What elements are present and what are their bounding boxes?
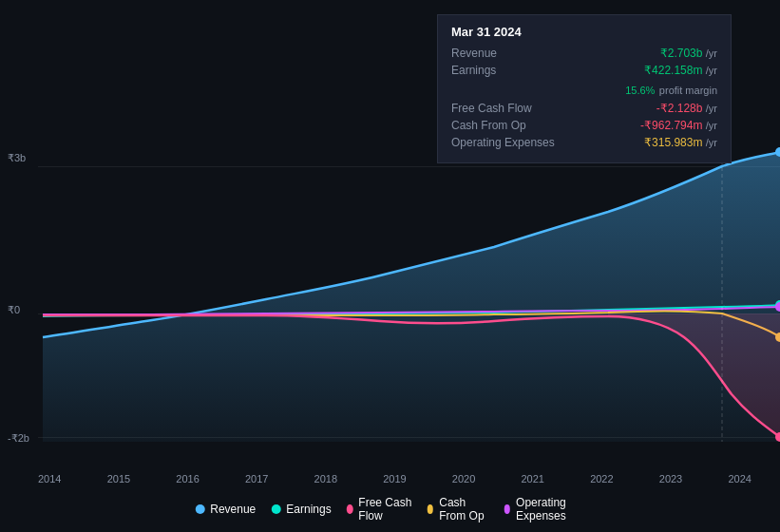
- legend-label-earnings: Earnings: [286, 503, 331, 516]
- x-axis: 2014 2015 2016 2017 2018 2019 2020 2021 …: [38, 473, 780, 484]
- tooltip-value-earnings: ₹422.158m /yr: [644, 64, 717, 77]
- tooltip-row-fcf: Free Cash Flow -₹2.128b /yr: [451, 102, 717, 115]
- legend-label-fcf: Free Cash Flow: [358, 496, 411, 522]
- tooltip-value-opex: ₹315.983m /yr: [644, 136, 717, 149]
- legend-label-opex: Operating Expenses: [516, 496, 585, 522]
- x-label-2024: 2024: [728, 473, 751, 484]
- legend-item-fcf[interactable]: Free Cash Flow: [347, 496, 412, 522]
- legend-item-opex[interactable]: Operating Expenses: [504, 496, 584, 522]
- x-label-2020: 2020: [452, 473, 475, 484]
- tooltip-row-margin: 15.6% profit margin: [451, 81, 717, 98]
- chart-svg: [0, 147, 780, 442]
- tooltip-row-revenue: Revenue ₹2.703b /yr: [451, 47, 717, 60]
- tooltip-label-earnings: Earnings: [451, 64, 565, 77]
- tooltip-box: Mar 31 2024 Revenue ₹2.703b /yr Earnings…: [437, 14, 732, 163]
- legend-item-cashop[interactable]: Cash From Op: [428, 496, 489, 522]
- tooltip-value-fcf: -₹2.128b /yr: [656, 102, 717, 115]
- tooltip-value-revenue: ₹2.703b /yr: [660, 47, 717, 60]
- tooltip-label-revenue: Revenue: [451, 47, 565, 60]
- x-label-2022: 2022: [590, 473, 613, 484]
- x-label-2018: 2018: [314, 473, 337, 484]
- legend-dot-earnings: [271, 504, 280, 514]
- legend-item-revenue[interactable]: Revenue: [195, 503, 256, 516]
- legend-dot-opex: [504, 504, 510, 514]
- legend-dot-cashop: [428, 504, 434, 514]
- chart-container: Mar 31 2024 Revenue ₹2.703b /yr Earnings…: [0, 0, 780, 532]
- legend-label-cashop: Cash From Op: [439, 496, 488, 522]
- x-label-2015: 2015: [107, 473, 130, 484]
- tooltip-row-earnings: Earnings ₹422.158m /yr: [451, 64, 717, 77]
- x-label-2014: 2014: [38, 473, 61, 484]
- tooltip-value-cashop: -₹962.794m /yr: [640, 119, 717, 132]
- legend-item-earnings[interactable]: Earnings: [271, 503, 331, 516]
- legend-label-revenue: Revenue: [210, 503, 256, 516]
- tooltip-margin: 15.6% profit margin: [619, 81, 717, 98]
- x-label-2023: 2023: [659, 473, 682, 484]
- x-label-2021: 2021: [521, 473, 543, 484]
- tooltip-label-fcf: Free Cash Flow: [451, 102, 565, 115]
- legend-dot-fcf: [347, 504, 353, 514]
- legend: Revenue Earnings Free Cash Flow Cash Fro…: [195, 496, 585, 522]
- legend-dot-revenue: [195, 504, 204, 514]
- tooltip-label-cashop: Cash From Op: [451, 119, 565, 132]
- tooltip-row-cashop: Cash From Op -₹962.794m /yr: [451, 119, 717, 132]
- revenue-fill: [43, 152, 780, 442]
- x-label-2017: 2017: [245, 473, 268, 484]
- tooltip-row-opex: Operating Expenses ₹315.983m /yr: [451, 136, 717, 149]
- x-label-2019: 2019: [383, 473, 406, 484]
- x-label-2016: 2016: [176, 473, 199, 484]
- tooltip-label-opex: Operating Expenses: [451, 136, 565, 149]
- tooltip-date: Mar 31 2024: [451, 25, 717, 39]
